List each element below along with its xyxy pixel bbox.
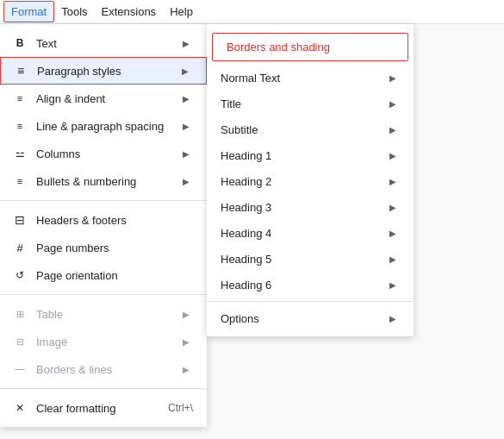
heading2-item[interactable]: Heading 2 ▶ bbox=[207, 168, 414, 194]
format-menu-item[interactable]: Format bbox=[3, 1, 54, 22]
align-icon: ≡ bbox=[10, 91, 29, 105]
page-numbers-label: Page numbers bbox=[36, 241, 193, 254]
table-icon: ⊞ bbox=[10, 307, 29, 321]
heading1-item[interactable]: Heading 1 ▶ bbox=[207, 142, 414, 168]
paragraph-icon: ≡ bbox=[11, 64, 30, 78]
subtitle-label: Subtitle bbox=[221, 123, 386, 136]
bullets-icon: ≡ bbox=[10, 174, 29, 188]
heading6-arrow: ▶ bbox=[386, 278, 400, 292]
borders-lines-label: Borders & lines bbox=[36, 363, 172, 376]
title-label: Title bbox=[221, 97, 386, 110]
text-item[interactable]: B Text ▶ bbox=[0, 29, 207, 57]
text-label: Text bbox=[36, 37, 172, 50]
title-item[interactable]: Title ▶ bbox=[207, 91, 414, 116]
table-label: Table bbox=[36, 308, 172, 321]
page-orientation-item[interactable]: ↺ Page orientation bbox=[0, 261, 207, 289]
options-arrow: ▶ bbox=[386, 311, 400, 325]
image-icon: ⊟ bbox=[10, 335, 29, 348]
clear-icon: ✕ bbox=[10, 401, 29, 415]
divider-2 bbox=[0, 294, 207, 295]
clear-shortcut: Ctrl+\ bbox=[168, 402, 193, 414]
format-dropdown: B Text ▶ ≡ Paragraph styles ▶ ≡ Align & … bbox=[0, 24, 207, 427]
align-arrow: ▶ bbox=[179, 91, 193, 105]
bullets-label: Bullets & numbering bbox=[36, 175, 172, 188]
headers-footers-item[interactable]: ⊟ Headers & footers bbox=[0, 206, 207, 234]
paragraph-styles-submenu: Borders and shading Normal Text ▶ Title … bbox=[207, 24, 414, 336]
normal-text-arrow: ▶ bbox=[386, 71, 400, 85]
text-arrow: ▶ bbox=[179, 36, 193, 50]
text-icon: B bbox=[10, 36, 29, 50]
tools-menu-item[interactable]: Tools bbox=[54, 2, 94, 22]
heading1-label: Heading 1 bbox=[221, 149, 386, 162]
help-menu-item[interactable]: Help bbox=[163, 2, 200, 22]
normal-text-item[interactable]: Normal Text ▶ bbox=[207, 65, 414, 91]
dropdown-container: B Text ▶ ≡ Paragraph styles ▶ ≡ Align & … bbox=[0, 24, 207, 427]
spacing-arrow: ▶ bbox=[179, 119, 193, 133]
align-indent-item[interactable]: ≡ Align & indent ▶ bbox=[0, 85, 207, 112]
page-numbers-item[interactable]: # Page numbers bbox=[0, 234, 207, 261]
borders-lines-arrow: ▶ bbox=[179, 362, 193, 376]
orientation-icon: ↺ bbox=[10, 268, 29, 282]
heading4-item[interactable]: Heading 4 ▶ bbox=[207, 220, 414, 246]
heading6-item[interactable]: Heading 6 ▶ bbox=[207, 272, 414, 298]
columns-label: Columns bbox=[36, 147, 172, 160]
menu-bar: Format Tools Extensions Help bbox=[0, 0, 504, 24]
image-label: Image bbox=[36, 336, 172, 348]
options-label: Options bbox=[221, 312, 386, 325]
align-indent-label: Align & indent bbox=[36, 92, 172, 105]
paragraph-styles-label: Paragraph styles bbox=[37, 65, 171, 78]
spacing-icon: ≡ bbox=[10, 119, 29, 133]
headers-icon: ⊟ bbox=[10, 213, 29, 227]
heading2-arrow: ▶ bbox=[386, 174, 400, 188]
table-arrow: ▶ bbox=[179, 307, 193, 321]
columns-arrow: ▶ bbox=[179, 147, 193, 160]
image-item[interactable]: ⊟ Image ▶ bbox=[0, 328, 207, 355]
heading3-item[interactable]: Heading 3 ▶ bbox=[207, 194, 414, 220]
extensions-menu-item[interactable]: Extensions bbox=[95, 2, 164, 22]
title-arrow: ▶ bbox=[386, 97, 400, 110]
heading6-label: Heading 6 bbox=[221, 279, 386, 292]
line-spacing-item[interactable]: ≡ Line & paragraph spacing ▶ bbox=[0, 112, 207, 140]
heading5-label: Heading 5 bbox=[221, 253, 386, 266]
paragraph-arrow: ▶ bbox=[178, 64, 192, 78]
subtitle-item[interactable]: Subtitle ▶ bbox=[207, 116, 414, 142]
subtitle-arrow: ▶ bbox=[386, 122, 400, 136]
heading4-arrow: ▶ bbox=[386, 226, 400, 240]
borders-lines-item[interactable]: — Borders & lines ▶ bbox=[0, 355, 207, 383]
columns-item[interactable]: ⚍ Columns ▶ bbox=[0, 140, 207, 167]
options-item[interactable]: Options ▶ bbox=[207, 305, 414, 331]
table-item[interactable]: ⊞ Table ▶ bbox=[0, 300, 207, 328]
line-spacing-label: Line & paragraph spacing bbox=[36, 120, 172, 133]
heading4-label: Heading 4 bbox=[221, 227, 386, 240]
page-orientation-label: Page orientation bbox=[36, 269, 193, 282]
borders-icon: — bbox=[10, 362, 29, 376]
normal-text-label: Normal Text bbox=[221, 72, 386, 85]
heading5-item[interactable]: Heading 5 ▶ bbox=[207, 246, 414, 272]
divider-1 bbox=[0, 200, 207, 201]
divider-3 bbox=[0, 388, 207, 389]
clear-formatting-label: Clear formatting bbox=[36, 402, 154, 415]
heading3-label: Heading 3 bbox=[221, 201, 386, 214]
columns-icon: ⚍ bbox=[10, 147, 29, 160]
borders-shading-header: Borders and shading bbox=[212, 33, 408, 61]
heading2-label: Heading 2 bbox=[221, 175, 386, 188]
heading3-arrow: ▶ bbox=[386, 200, 400, 214]
page-numbers-icon: # bbox=[10, 241, 29, 254]
paragraph-styles-item[interactable]: ≡ Paragraph styles ▶ bbox=[0, 57, 207, 85]
heading5-arrow: ▶ bbox=[386, 252, 400, 266]
image-arrow: ▶ bbox=[179, 335, 193, 348]
clear-formatting-item[interactable]: ✕ Clear formatting Ctrl+\ bbox=[0, 394, 207, 422]
headers-footers-label: Headers & footers bbox=[36, 214, 193, 227]
heading1-arrow: ▶ bbox=[386, 148, 400, 162]
bullets-arrow: ▶ bbox=[179, 174, 193, 188]
bullets-numbering-item[interactable]: ≡ Bullets & numbering ▶ bbox=[0, 167, 207, 195]
submenu-divider bbox=[207, 301, 414, 302]
